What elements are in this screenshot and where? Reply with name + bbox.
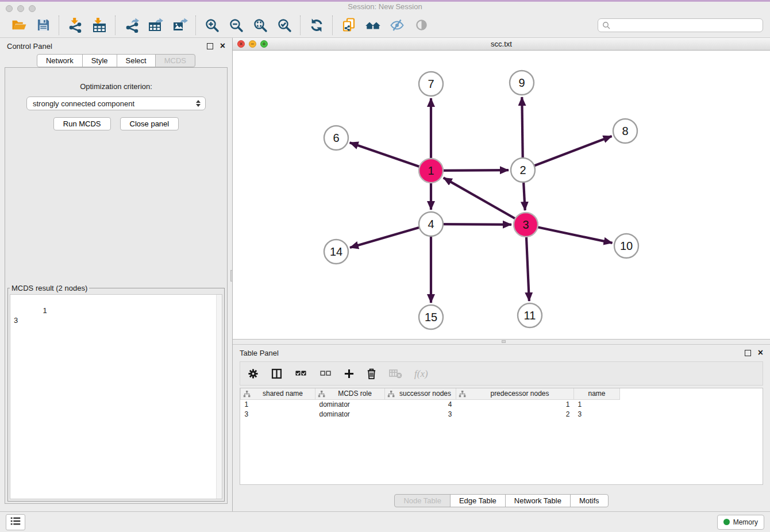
column-label: MCDS role (328, 390, 382, 398)
column-label: name (576, 390, 617, 398)
table-row-2[interactable]: 3dominator323 (241, 409, 620, 419)
table-panel-close-icon[interactable]: × (758, 348, 763, 357)
run-mcds-button[interactable]: Run MCDS (53, 117, 111, 130)
node-8[interactable]: 8 (613, 119, 637, 143)
node-3[interactable]: 3 (514, 213, 538, 237)
toolbar-separator (115, 16, 116, 35)
zoom-in-button[interactable] (200, 14, 224, 36)
export-table-icon (148, 18, 164, 33)
column-label: predecessor nodes (468, 390, 571, 398)
network-minimize-button[interactable]: − (249, 40, 256, 48)
search-input[interactable] (598, 18, 763, 32)
network-window-titlebar[interactable]: scc.txt × − + (233, 38, 770, 51)
horizontal-splitter[interactable] (233, 339, 770, 345)
node-2[interactable]: 2 (511, 158, 535, 182)
cell[interactable]: dominator (315, 399, 385, 409)
node-4[interactable]: 4 (419, 212, 443, 236)
optimization-criterion-select[interactable]: strongly connected component (26, 97, 206, 110)
table-panel-float-icon[interactable] (745, 350, 751, 356)
clone-network-button[interactable] (337, 14, 361, 36)
tab-style[interactable]: Style (82, 54, 117, 67)
deselect-all-columns-button[interactable] (319, 368, 332, 379)
node-14[interactable]: 14 (324, 240, 348, 264)
zoom-selected-button[interactable] (272, 14, 297, 36)
splitter-handle[interactable] (502, 340, 506, 343)
node-11[interactable]: 11 (518, 303, 542, 327)
table-row-1[interactable]: 1dominator411 (241, 399, 620, 409)
node-label-4: 4 (428, 218, 434, 230)
save-session-button[interactable] (31, 14, 55, 36)
main-toolbar (0, 13, 770, 38)
tab-node-table[interactable]: Node Table (394, 494, 451, 507)
cell[interactable]: 2 (456, 409, 574, 419)
tab-motifs[interactable]: Motifs (570, 494, 609, 507)
node-9[interactable]: 9 (510, 71, 534, 95)
node-7[interactable]: 7 (419, 72, 443, 96)
column-header-shared-name[interactable]: shared name (241, 388, 315, 399)
edge-1-6[interactable] (350, 142, 431, 171)
node-label-3: 3 (522, 218, 529, 231)
node-1[interactable]: 1 (419, 159, 443, 183)
cell[interactable]: 3 (385, 409, 456, 419)
column-header-successor-nodes[interactable]: successor nodes (385, 388, 456, 399)
table-toolbar: f(x) (240, 361, 763, 385)
cell[interactable]: 1 (241, 399, 315, 409)
network-maximize-button[interactable]: + (260, 40, 268, 48)
import-table-button[interactable] (87, 14, 111, 36)
export-network-button[interactable] (120, 14, 144, 36)
first-neighbors-icon (364, 19, 382, 32)
edge-2-8[interactable] (523, 136, 612, 170)
cell[interactable]: 1 (456, 399, 574, 409)
cell[interactable]: dominator (315, 409, 385, 419)
task-history-button[interactable] (6, 514, 25, 530)
tab-network[interactable]: Network (37, 54, 83, 67)
settings-button[interactable] (247, 368, 259, 380)
cell[interactable]: 3 (241, 409, 315, 419)
window-minimize-button[interactable] (17, 5, 24, 12)
open-session-button[interactable] (7, 14, 31, 36)
close-panel-button[interactable]: Close panel (120, 117, 179, 130)
edge-3-10[interactable] (526, 225, 613, 243)
control-panel-float-icon[interactable] (207, 43, 213, 49)
delete-columns-button[interactable] (366, 368, 377, 380)
cell[interactable]: 1 (574, 399, 620, 409)
refresh-button[interactable] (305, 14, 329, 36)
vertical-splitter-handle[interactable] (230, 270, 233, 282)
node-10[interactable]: 10 (614, 234, 638, 258)
column-header-MCDS-role[interactable]: MCDS role (315, 388, 385, 399)
window-zoom-button[interactable] (29, 5, 36, 12)
column-header-name[interactable]: name (574, 388, 620, 399)
hide-selected-button[interactable] (385, 14, 409, 36)
import-network-icon (68, 18, 83, 33)
tab-mcds[interactable]: MCDS (155, 54, 195, 67)
network-canvas[interactable]: 7968124314101511 (233, 51, 770, 338)
control-panel-tabs: NetworkStyleSelectMCDS (0, 54, 232, 67)
export-table-button[interactable] (144, 14, 168, 36)
node-label-15: 15 (425, 311, 437, 323)
tab-network-table[interactable]: Network Table (505, 494, 571, 507)
zoom-out-button[interactable] (224, 14, 248, 36)
zoom-selected-icon (277, 18, 292, 33)
window-close-button[interactable] (6, 5, 13, 12)
create-column-button[interactable] (344, 368, 355, 379)
tab-select[interactable]: Select (117, 54, 156, 67)
cell[interactable]: 3 (574, 409, 620, 419)
edge-3-1[interactable] (444, 178, 526, 225)
mcds-result-list[interactable]: 1 3 (10, 294, 222, 499)
memory-button[interactable]: Memory (717, 515, 764, 530)
network-close-button[interactable]: × (237, 40, 245, 48)
cell[interactable]: 4 (385, 399, 456, 409)
list-icon (9, 515, 22, 529)
first-neighbors-button[interactable] (361, 14, 385, 36)
import-network-button[interactable] (63, 14, 87, 36)
export-image-button[interactable] (168, 14, 192, 36)
zoom-fit-button[interactable] (248, 14, 272, 36)
node-15[interactable]: 15 (419, 305, 443, 329)
select-all-columns-button[interactable] (294, 368, 307, 379)
result-scrollbar[interactable] (216, 295, 222, 499)
node-6[interactable]: 6 (324, 126, 348, 150)
column-header-predecessor-nodes[interactable]: predecessor nodes (456, 388, 574, 399)
tab-edge-table[interactable]: Edge Table (450, 494, 506, 507)
show-columns-button[interactable] (271, 368, 283, 380)
control-panel-close-icon[interactable]: × (220, 41, 225, 51)
